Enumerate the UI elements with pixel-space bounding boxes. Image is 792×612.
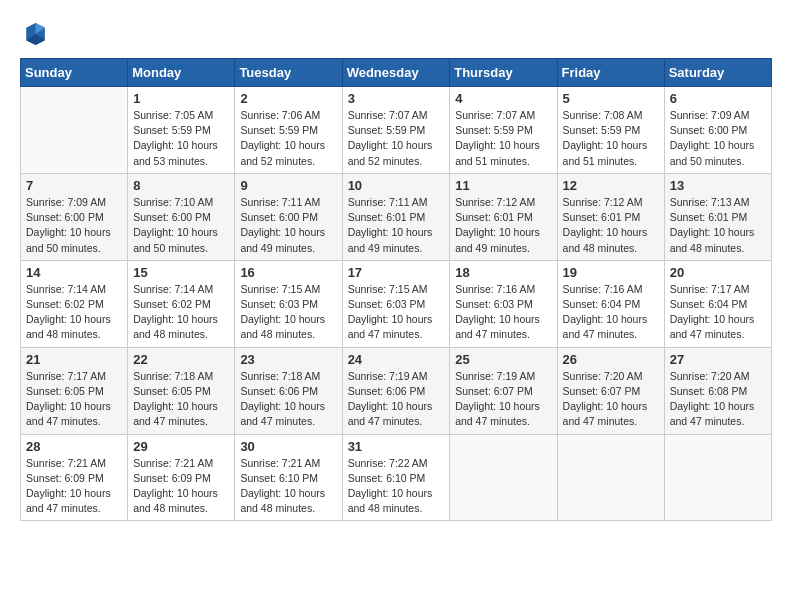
calendar-cell: 16Sunrise: 7:15 AM Sunset: 6:03 PM Dayli…	[235, 260, 342, 347]
calendar-cell: 27Sunrise: 7:20 AM Sunset: 6:08 PM Dayli…	[664, 347, 771, 434]
day-number: 31	[348, 439, 445, 454]
calendar-cell: 28Sunrise: 7:21 AM Sunset: 6:09 PM Dayli…	[21, 434, 128, 521]
calendar-week-row: 14Sunrise: 7:14 AM Sunset: 6:02 PM Dayli…	[21, 260, 772, 347]
calendar-cell: 10Sunrise: 7:11 AM Sunset: 6:01 PM Dayli…	[342, 173, 450, 260]
day-number: 12	[563, 178, 659, 193]
day-info: Sunrise: 7:22 AM Sunset: 6:10 PM Dayligh…	[348, 456, 445, 517]
calendar-cell: 4Sunrise: 7:07 AM Sunset: 5:59 PM Daylig…	[450, 87, 557, 174]
calendar-cell: 15Sunrise: 7:14 AM Sunset: 6:02 PM Dayli…	[128, 260, 235, 347]
calendar-week-row: 1Sunrise: 7:05 AM Sunset: 5:59 PM Daylig…	[21, 87, 772, 174]
calendar-cell	[450, 434, 557, 521]
day-info: Sunrise: 7:18 AM Sunset: 6:05 PM Dayligh…	[133, 369, 229, 430]
calendar-cell: 21Sunrise: 7:17 AM Sunset: 6:05 PM Dayli…	[21, 347, 128, 434]
day-number: 23	[240, 352, 336, 367]
day-number: 2	[240, 91, 336, 106]
calendar-cell: 8Sunrise: 7:10 AM Sunset: 6:00 PM Daylig…	[128, 173, 235, 260]
calendar-cell: 20Sunrise: 7:17 AM Sunset: 6:04 PM Dayli…	[664, 260, 771, 347]
day-number: 6	[670, 91, 766, 106]
day-number: 26	[563, 352, 659, 367]
day-info: Sunrise: 7:14 AM Sunset: 6:02 PM Dayligh…	[26, 282, 122, 343]
day-number: 9	[240, 178, 336, 193]
day-info: Sunrise: 7:12 AM Sunset: 6:01 PM Dayligh…	[563, 195, 659, 256]
day-info: Sunrise: 7:12 AM Sunset: 6:01 PM Dayligh…	[455, 195, 551, 256]
weekday-header-wednesday: Wednesday	[342, 59, 450, 87]
day-info: Sunrise: 7:07 AM Sunset: 5:59 PM Dayligh…	[455, 108, 551, 169]
weekday-header-saturday: Saturday	[664, 59, 771, 87]
weekday-header-tuesday: Tuesday	[235, 59, 342, 87]
day-number: 17	[348, 265, 445, 280]
calendar-week-row: 28Sunrise: 7:21 AM Sunset: 6:09 PM Dayli…	[21, 434, 772, 521]
day-info: Sunrise: 7:09 AM Sunset: 6:00 PM Dayligh…	[670, 108, 766, 169]
calendar-cell: 18Sunrise: 7:16 AM Sunset: 6:03 PM Dayli…	[450, 260, 557, 347]
day-number: 11	[455, 178, 551, 193]
calendar-cell: 13Sunrise: 7:13 AM Sunset: 6:01 PM Dayli…	[664, 173, 771, 260]
day-info: Sunrise: 7:17 AM Sunset: 6:04 PM Dayligh…	[670, 282, 766, 343]
calendar-header: SundayMondayTuesdayWednesdayThursdayFrid…	[21, 59, 772, 87]
day-number: 18	[455, 265, 551, 280]
day-number: 3	[348, 91, 445, 106]
day-info: Sunrise: 7:18 AM Sunset: 6:06 PM Dayligh…	[240, 369, 336, 430]
day-info: Sunrise: 7:20 AM Sunset: 6:08 PM Dayligh…	[670, 369, 766, 430]
day-number: 27	[670, 352, 766, 367]
day-number: 28	[26, 439, 122, 454]
logo	[20, 20, 52, 48]
day-number: 20	[670, 265, 766, 280]
calendar-body: 1Sunrise: 7:05 AM Sunset: 5:59 PM Daylig…	[21, 87, 772, 521]
calendar-cell: 30Sunrise: 7:21 AM Sunset: 6:10 PM Dayli…	[235, 434, 342, 521]
calendar-cell: 22Sunrise: 7:18 AM Sunset: 6:05 PM Dayli…	[128, 347, 235, 434]
calendar-cell: 12Sunrise: 7:12 AM Sunset: 6:01 PM Dayli…	[557, 173, 664, 260]
day-number: 21	[26, 352, 122, 367]
day-number: 1	[133, 91, 229, 106]
calendar-cell: 31Sunrise: 7:22 AM Sunset: 6:10 PM Dayli…	[342, 434, 450, 521]
day-info: Sunrise: 7:11 AM Sunset: 6:00 PM Dayligh…	[240, 195, 336, 256]
day-info: Sunrise: 7:08 AM Sunset: 5:59 PM Dayligh…	[563, 108, 659, 169]
day-number: 25	[455, 352, 551, 367]
day-info: Sunrise: 7:07 AM Sunset: 5:59 PM Dayligh…	[348, 108, 445, 169]
calendar-cell: 9Sunrise: 7:11 AM Sunset: 6:00 PM Daylig…	[235, 173, 342, 260]
day-number: 13	[670, 178, 766, 193]
weekday-header-thursday: Thursday	[450, 59, 557, 87]
day-number: 19	[563, 265, 659, 280]
calendar-cell: 25Sunrise: 7:19 AM Sunset: 6:07 PM Dayli…	[450, 347, 557, 434]
page-header	[20, 20, 772, 48]
calendar-week-row: 7Sunrise: 7:09 AM Sunset: 6:00 PM Daylig…	[21, 173, 772, 260]
day-info: Sunrise: 7:17 AM Sunset: 6:05 PM Dayligh…	[26, 369, 122, 430]
calendar-cell: 29Sunrise: 7:21 AM Sunset: 6:09 PM Dayli…	[128, 434, 235, 521]
day-info: Sunrise: 7:14 AM Sunset: 6:02 PM Dayligh…	[133, 282, 229, 343]
day-number: 15	[133, 265, 229, 280]
day-info: Sunrise: 7:21 AM Sunset: 6:09 PM Dayligh…	[133, 456, 229, 517]
calendar-table: SundayMondayTuesdayWednesdayThursdayFrid…	[20, 58, 772, 521]
day-number: 7	[26, 178, 122, 193]
day-info: Sunrise: 7:09 AM Sunset: 6:00 PM Dayligh…	[26, 195, 122, 256]
day-info: Sunrise: 7:11 AM Sunset: 6:01 PM Dayligh…	[348, 195, 445, 256]
day-info: Sunrise: 7:06 AM Sunset: 5:59 PM Dayligh…	[240, 108, 336, 169]
day-number: 14	[26, 265, 122, 280]
calendar-cell: 11Sunrise: 7:12 AM Sunset: 6:01 PM Dayli…	[450, 173, 557, 260]
day-info: Sunrise: 7:16 AM Sunset: 6:03 PM Dayligh…	[455, 282, 551, 343]
calendar-cell: 7Sunrise: 7:09 AM Sunset: 6:00 PM Daylig…	[21, 173, 128, 260]
calendar-cell: 17Sunrise: 7:15 AM Sunset: 6:03 PM Dayli…	[342, 260, 450, 347]
calendar-cell: 14Sunrise: 7:14 AM Sunset: 6:02 PM Dayli…	[21, 260, 128, 347]
weekday-header-monday: Monday	[128, 59, 235, 87]
calendar-cell	[664, 434, 771, 521]
day-info: Sunrise: 7:13 AM Sunset: 6:01 PM Dayligh…	[670, 195, 766, 256]
calendar-cell: 2Sunrise: 7:06 AM Sunset: 5:59 PM Daylig…	[235, 87, 342, 174]
day-info: Sunrise: 7:19 AM Sunset: 6:07 PM Dayligh…	[455, 369, 551, 430]
day-info: Sunrise: 7:19 AM Sunset: 6:06 PM Dayligh…	[348, 369, 445, 430]
day-number: 16	[240, 265, 336, 280]
calendar-cell: 23Sunrise: 7:18 AM Sunset: 6:06 PM Dayli…	[235, 347, 342, 434]
day-number: 22	[133, 352, 229, 367]
day-number: 8	[133, 178, 229, 193]
logo-icon	[20, 20, 48, 48]
weekday-header-row: SundayMondayTuesdayWednesdayThursdayFrid…	[21, 59, 772, 87]
calendar-week-row: 21Sunrise: 7:17 AM Sunset: 6:05 PM Dayli…	[21, 347, 772, 434]
day-info: Sunrise: 7:15 AM Sunset: 6:03 PM Dayligh…	[240, 282, 336, 343]
weekday-header-sunday: Sunday	[21, 59, 128, 87]
day-number: 24	[348, 352, 445, 367]
day-info: Sunrise: 7:05 AM Sunset: 5:59 PM Dayligh…	[133, 108, 229, 169]
calendar-cell: 19Sunrise: 7:16 AM Sunset: 6:04 PM Dayli…	[557, 260, 664, 347]
calendar-cell: 24Sunrise: 7:19 AM Sunset: 6:06 PM Dayli…	[342, 347, 450, 434]
day-info: Sunrise: 7:21 AM Sunset: 6:10 PM Dayligh…	[240, 456, 336, 517]
day-info: Sunrise: 7:10 AM Sunset: 6:00 PM Dayligh…	[133, 195, 229, 256]
day-info: Sunrise: 7:15 AM Sunset: 6:03 PM Dayligh…	[348, 282, 445, 343]
